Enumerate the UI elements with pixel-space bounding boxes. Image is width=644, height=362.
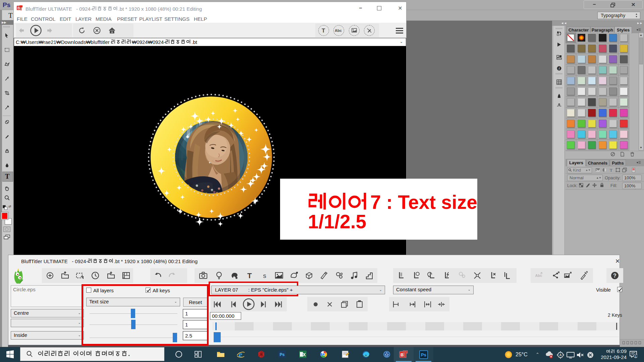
svg-text:A: A: [559, 353, 562, 357]
svg-text:Ps: Ps: [421, 352, 426, 357]
svg-text:1: 1: [635, 355, 636, 358]
svg-text:Abc: Abc: [535, 274, 542, 278]
svg-text:?: ?: [613, 273, 616, 279]
svg-text:B: B: [17, 6, 20, 10]
svg-text:Ps: Ps: [280, 352, 285, 357]
svg-text:T: T: [610, 168, 612, 172]
svg-text:X: X: [303, 352, 306, 357]
svg-text:s: s: [263, 272, 266, 279]
svg-text:B: B: [400, 352, 404, 357]
svg-text:T: T: [247, 272, 252, 280]
